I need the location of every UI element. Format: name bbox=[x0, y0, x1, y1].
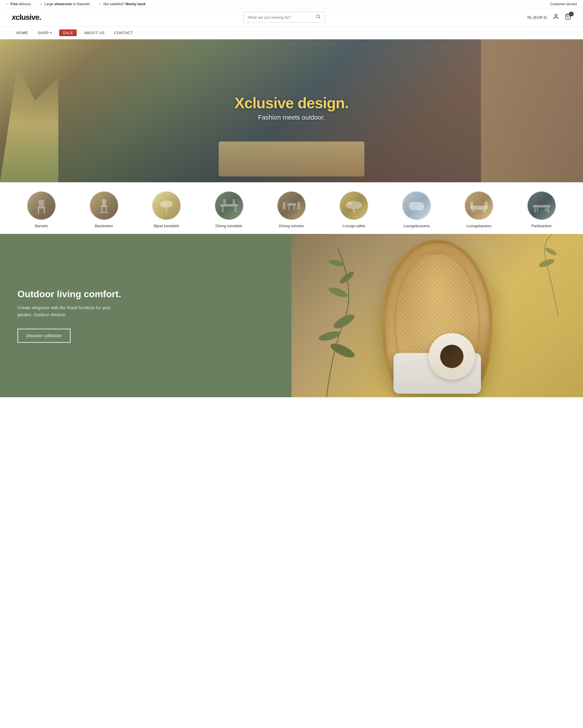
parkbanken-icon bbox=[531, 197, 552, 214]
user-account-button[interactable] bbox=[553, 14, 559, 21]
lounge-tafels-icon bbox=[344, 197, 364, 214]
svg-point-0 bbox=[316, 15, 320, 18]
category-loungekussens[interactable]: Loungekussens bbox=[387, 191, 446, 228]
nav-sale[interactable]: SALE bbox=[59, 29, 76, 36]
category-label-dining-tafels: Dining tuintafels bbox=[215, 224, 243, 228]
svg-rect-29 bbox=[353, 209, 355, 213]
announcement-text-delivery: Free delivery bbox=[10, 2, 31, 6]
category-circle-parkbanken bbox=[527, 191, 556, 220]
category-img-parkbanken bbox=[528, 192, 556, 219]
announcement-showroom: ✓ Large showroom in Naarden bbox=[40, 2, 90, 6]
discover-collection-button[interactable]: Discover collection bbox=[18, 329, 71, 343]
category-img-dining-tafels bbox=[215, 192, 243, 219]
category-label-bijzet: Bijzet tuintafels bbox=[154, 224, 179, 228]
category-barstoelen[interactable]: Barstoelen bbox=[74, 191, 134, 228]
category-label-barstoelen: Barstoelen bbox=[95, 224, 113, 228]
category-label-lounge-tafels: Lounge tafels bbox=[342, 224, 365, 228]
svg-rect-27 bbox=[297, 209, 301, 209]
svg-rect-24 bbox=[283, 202, 286, 209]
language-selector[interactable]: NL (EUR €) bbox=[527, 15, 547, 20]
hero-background: Xclusive design. Fashion meets outdoor. bbox=[0, 40, 583, 182]
category-img-barsets bbox=[27, 192, 55, 219]
svg-rect-37 bbox=[483, 210, 486, 212]
category-img-loungebanken bbox=[465, 192, 493, 219]
barstoelen-icon bbox=[97, 197, 111, 214]
loungekussens-icon bbox=[406, 197, 427, 214]
svg-rect-38 bbox=[533, 205, 550, 207]
category-label-loungebanken: Loungebanken bbox=[466, 224, 492, 228]
check-icon-money: ✓ bbox=[99, 2, 102, 6]
search-input[interactable] bbox=[248, 15, 316, 20]
categories-section: Barsets Barstoelen bbox=[0, 182, 583, 234]
category-circle-barstoelen bbox=[89, 191, 119, 220]
svg-rect-4 bbox=[37, 207, 46, 209]
hero-text-block: Xclusive design. Fashion meets outdoor. bbox=[234, 95, 349, 121]
nav-contact[interactable]: CONTACT bbox=[109, 27, 138, 39]
category-dining-tafels[interactable]: Dining tuintafels bbox=[199, 191, 258, 228]
svg-rect-19 bbox=[223, 199, 226, 204]
svg-rect-6 bbox=[38, 209, 39, 214]
hero-wall-decoration bbox=[481, 40, 583, 182]
announcement-free-delivery: ✓ Free delivery bbox=[6, 2, 31, 6]
announcement-items: ✓ Free delivery ✓ Large showroom in Naar… bbox=[6, 2, 146, 6]
category-lounge-tafels[interactable]: Lounge tafels bbox=[324, 191, 384, 228]
side-table bbox=[428, 333, 475, 380]
svg-rect-22 bbox=[288, 206, 289, 210]
nav-home[interactable]: HOME bbox=[12, 27, 33, 39]
svg-rect-42 bbox=[545, 207, 547, 211]
svg-rect-25 bbox=[297, 202, 300, 209]
category-barsets[interactable]: Barsets bbox=[12, 191, 71, 228]
search-icon bbox=[316, 14, 321, 19]
nav-shop[interactable]: SHOP ▾ bbox=[33, 27, 56, 39]
nav-about[interactable]: ABOUT US bbox=[80, 27, 109, 39]
svg-rect-39 bbox=[534, 207, 536, 213]
announcement-text-showroom: Large showroom in Naarden bbox=[44, 2, 90, 6]
category-circle-lounge-tafels bbox=[339, 191, 368, 220]
svg-rect-17 bbox=[222, 207, 224, 212]
category-parkbanken[interactable]: Parkbanken bbox=[512, 191, 571, 228]
svg-rect-41 bbox=[537, 207, 538, 211]
search-button[interactable] bbox=[316, 14, 321, 20]
svg-rect-16 bbox=[220, 204, 238, 207]
cart-button[interactable]: 0 bbox=[565, 14, 571, 21]
category-bijzet[interactable]: Bijzet tuintafels bbox=[137, 191, 196, 228]
hero-section: Xclusive design. Fashion meets outdoor. bbox=[0, 40, 583, 182]
cart-count: 0 bbox=[569, 12, 574, 16]
hero-subtitle: Fashion meets outdoor. bbox=[234, 114, 349, 121]
svg-rect-35 bbox=[485, 202, 488, 208]
header: xclusive. NL (EUR €) 0 bbox=[0, 8, 583, 27]
promo-title: Outdoor living comfort. bbox=[18, 288, 274, 300]
svg-rect-8 bbox=[102, 199, 106, 206]
category-img-lounge-tafels bbox=[340, 192, 368, 219]
search-bar bbox=[243, 12, 325, 23]
hero-title-highlight: design. bbox=[294, 95, 348, 111]
customer-service-link[interactable]: Customer service bbox=[550, 2, 577, 6]
announcement-money-back: ✓ Not satisfied? Money back bbox=[99, 2, 146, 6]
svg-rect-14 bbox=[166, 208, 167, 213]
category-circle-bijzet bbox=[152, 191, 181, 220]
logo[interactable]: xclusive. bbox=[12, 13, 41, 22]
svg-line-1 bbox=[319, 18, 320, 18]
promo-subtitle: Create elegance with the finest furnitur… bbox=[18, 304, 122, 318]
check-icon-showroom: ✓ bbox=[40, 2, 43, 6]
svg-rect-18 bbox=[235, 207, 237, 212]
svg-rect-21 bbox=[287, 203, 296, 206]
category-loungebanken[interactable]: Loungebanken bbox=[449, 191, 509, 228]
svg-rect-40 bbox=[548, 207, 549, 213]
svg-point-13 bbox=[160, 201, 173, 208]
loungebanken-icon bbox=[469, 197, 489, 214]
category-dining-tuinsets[interactable]: Dining tuinsets bbox=[262, 191, 321, 228]
categories-grid: Barsets Barstoelen bbox=[12, 191, 571, 228]
svg-rect-7 bbox=[44, 209, 45, 214]
promo-right-panel bbox=[292, 234, 583, 397]
hero-title: Xclusive design. bbox=[234, 95, 349, 111]
svg-point-30 bbox=[346, 202, 353, 205]
dining-tuinsets-icon bbox=[281, 197, 302, 214]
promo-section: Outdoor living comfort. Create elegance … bbox=[0, 234, 583, 397]
svg-rect-12 bbox=[100, 212, 108, 213]
category-circle-loungebanken bbox=[464, 191, 494, 220]
category-circle-dining-tuinsets bbox=[277, 191, 306, 220]
bijzet-icon bbox=[158, 197, 175, 214]
plate bbox=[440, 345, 464, 368]
svg-rect-34 bbox=[470, 202, 473, 208]
